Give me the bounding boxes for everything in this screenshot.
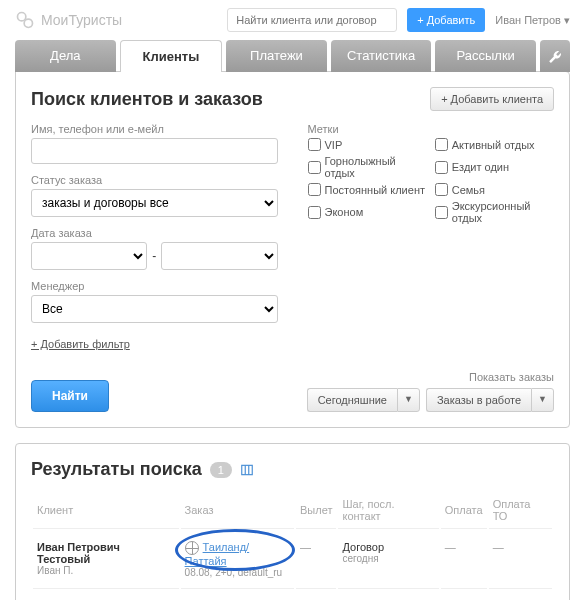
results-count: 1 [210, 462, 232, 478]
tab-payments[interactable]: Платежи [226, 40, 327, 72]
table-row: Иван Петрович Тестовый Иван П. Таиланд/П… [33, 531, 552, 589]
search-button[interactable]: Найти [31, 380, 109, 412]
globe-icon [185, 541, 199, 555]
results-title: Результаты поиска [31, 459, 202, 480]
wrench-icon [548, 49, 562, 63]
tag-ski[interactable]: Горнолыжный отдых [308, 155, 427, 179]
logo-text: МоиТуристы [41, 12, 122, 28]
date-label: Дата заказа [31, 227, 278, 239]
col-pay: Оплата [441, 492, 487, 529]
logo-icon [15, 10, 35, 30]
svg-point-1 [24, 19, 32, 27]
inwork-dropdown[interactable]: ▼ [531, 388, 554, 412]
tags-label: Метки [308, 123, 555, 135]
pay-cell: — [441, 531, 487, 589]
step-name: Договор [342, 541, 434, 553]
departure-cell: — [296, 531, 336, 589]
step-date: сегодня [342, 553, 434, 564]
payto-cell: — [489, 531, 552, 589]
date-to-select[interactable] [161, 242, 277, 270]
add-client-button[interactable]: + Добавить клиента [430, 87, 554, 111]
tag-excursion[interactable]: Экскурсионный отдых [435, 200, 554, 224]
col-order: Заказ [181, 492, 294, 529]
tab-mailings[interactable]: Рассылки [435, 40, 536, 72]
search-title: Поиск клиентов и заказов [31, 89, 263, 110]
col-departure: Вылет [296, 492, 336, 529]
order-details: 08.08, 2+0, default_ru [185, 567, 290, 578]
today-button[interactable]: Сегодняшние [307, 388, 397, 412]
tag-econom[interactable]: Эконом [308, 200, 427, 224]
tag-regular[interactable]: Постоянный клиент [308, 183, 427, 196]
quick-label: Показать заказы [307, 371, 554, 383]
user-menu[interactable]: Иван Петров ▾ [495, 14, 570, 27]
client-manager: Иван П. [37, 565, 175, 576]
col-client: Клиент [33, 492, 179, 529]
col-payto: Оплата ТО [489, 492, 552, 529]
name-input[interactable] [31, 138, 278, 164]
name-label: Имя, телефон или е-мейл [31, 123, 278, 135]
col-step: Шаг, посл. контакт [338, 492, 438, 529]
client-name[interactable]: Иван Петрович Тестовый [37, 541, 175, 565]
svg-rect-2 [242, 465, 253, 474]
columns-icon[interactable] [240, 463, 254, 477]
tag-active[interactable]: Активный отдых [435, 138, 554, 151]
today-dropdown[interactable]: ▼ [397, 388, 420, 412]
manager-select[interactable]: Все [31, 295, 278, 323]
manager-label: Менеджер [31, 280, 278, 292]
status-label: Статус заказа [31, 174, 278, 186]
tab-settings[interactable] [540, 40, 570, 72]
tab-dela[interactable]: Дела [15, 40, 116, 72]
inwork-button[interactable]: Заказы в работе [426, 388, 531, 412]
tab-clients[interactable]: Клиенты [120, 40, 223, 72]
tag-solo[interactable]: Ездит один [435, 155, 554, 179]
add-filter-link[interactable]: + Добавить фильтр [31, 338, 130, 350]
add-button[interactable]: + Добавить [407, 8, 485, 32]
tag-vip[interactable]: VIP [308, 138, 427, 151]
logo: МоиТуристы [15, 10, 122, 30]
tab-stats[interactable]: Статистика [331, 40, 432, 72]
tag-family[interactable]: Семья [435, 183, 554, 196]
svg-point-0 [18, 13, 26, 21]
status-select[interactable]: заказы и договоры все [31, 189, 278, 217]
date-from-select[interactable] [31, 242, 147, 270]
global-search-input[interactable] [227, 8, 397, 32]
